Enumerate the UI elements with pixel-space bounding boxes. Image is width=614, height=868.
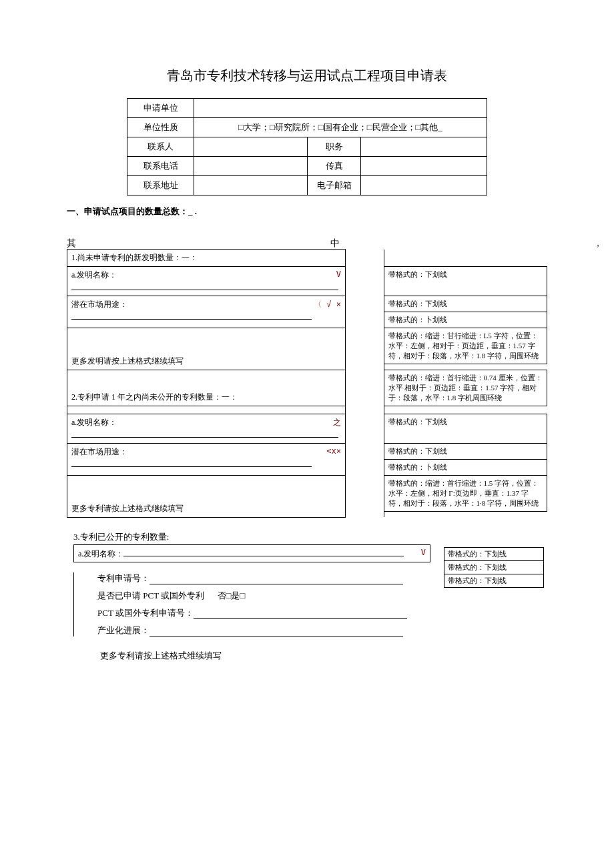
table-row: a.发明名称： 之 带格式的：下划线 [67,414,547,444]
format-note: 带格式的：下划线 [384,296,547,312]
format-note: 带格式的：卜划线 [384,460,547,476]
table-row: 申请单位 [127,99,487,118]
table-row: 2.专利申请 1 年之内尚未公开的专利数量：一： 带格式的：缩进：首行缩进：0.… [67,370,547,406]
table-row: 更多专利请按上述格式继续填写 带格式的：缩进：首行缩进：1.5 字符，位置：水平… [67,476,547,512]
format-note: 带格式的：下划线 [384,267,547,296]
more-inventions: 更多发明请按上述格式继续填写 [67,328,346,370]
applicant-unit-label: 申请单位 [127,99,194,118]
applicant-info-table: 申请单位 单位性质 □大学；□研究院所；□国有企业；□民营企业；□其他_ 联系人… [127,98,487,195]
unit-nature-label: 单位性质 [127,118,194,137]
potential-use-label: 潜在市场用途： [71,300,127,309]
table-row: a.发明名称： V 带格式的：下划线 [67,267,547,296]
potential-use-field[interactable] [71,310,312,320]
marker-icon: 之 [333,417,341,428]
section1-table: 1.尚未申请专利的新发明数量：一： a.发明名称： V 带格式的：下划线 潜在市… [67,249,547,518]
sec2-header: 2.专利申请 1 年之内尚未公开的专利数量：一： [67,370,346,406]
sec3-name-field[interactable] [123,547,404,556]
sec1-header: 1.尚未申请专利的新发明数量：一： [67,250,346,267]
invention-name-label: a.发明名称： [71,418,117,427]
address-value[interactable] [194,176,308,195]
more-patents: 更多专利请按上述格式继续填写 [67,476,346,518]
address-label: 联系地址 [127,176,194,195]
table-row: 单位性质 □大学；□研究院所；□国有企业；□民营企业；□其他_ [127,118,487,137]
format-note: 带格式的：缩进：首行缩进：1.5 字符，位置：水平：左侧，相对 Γ:页边即，垂直… [384,476,547,512]
among-end: ， [593,238,603,250]
position-label: 职务 [308,137,361,157]
sec3-pct-q-label: 是否已申请 PCT 或国外专利 [97,590,204,600]
table-row: 潜在市场用途： 〈 √ × 带格式的：下划线 [67,296,547,312]
invention-name-field[interactable] [71,281,338,290]
among-label: 其 中 ， [67,238,603,250]
phone-value[interactable] [194,157,308,176]
table-row: 联系人 职务 [127,137,487,157]
format-note: 带格式的：缩进：首行缩进：0.74 厘米，位置：水平 相财于：页边距：垂直：1.… [384,370,547,406]
email-value[interactable] [361,176,487,195]
marker-icon: 〈 √ × [314,299,341,310]
email-label: 电子邮箱 [308,176,361,195]
format-note: 带格式的：缩进：甘行缩进：L5 字符，位置：水平：左侧，相对于：页边距，垂直：1… [384,328,547,364]
table-row: 联系地址 电子邮箱 [127,176,487,195]
potential-use-row[interactable]: 潜在市场用途： <x× [67,444,346,476]
sec3-pct-no-label: PCT 或国外专利申请号： [97,608,194,618]
sec3-more: 更多专利请按上述格式维续填写 [100,650,547,662]
invention-name-row[interactable]: a.发明名称： 之 [67,414,346,444]
table-row: 更多发明请按上述格式继续填写 带格式的：缩进：甘行缩进：L5 字符，位置：水平：… [67,328,547,364]
format-note: 带格式的：下划线 [384,414,547,444]
format-note: 带格式的：卜划线 [384,312,547,328]
contact-person-label: 联系人 [127,137,194,157]
format-note: 带格式的：下划线 [444,574,544,588]
potential-use-label: 潜在市场用途： [71,447,127,456]
marker-icon: V [421,548,426,557]
applicant-unit-value[interactable] [194,99,487,118]
table-row: 潜在市场用途： <x× 带格式的：下划线 [67,444,547,460]
sec3-progress-label: 产业化进展： [97,625,149,635]
sec3-pct-no-row[interactable]: PCT 或国外专利申请号： [97,607,547,619]
sec3-name-row[interactable]: a.发明名称： V [73,544,430,562]
sec3-notes: 带格式的：下划线 带格式的：下划线 带格式的：下划线 [444,547,544,587]
format-note: 带格式的：下划线 [444,560,544,574]
sec3-progress-field[interactable] [149,627,403,636]
marker-icon: V [336,270,341,279]
format-note: 带格式的：下划线 [384,444,547,460]
table-row: 1.尚未申请专利的新发明数量：一： [67,250,547,267]
page-title: 青岛市专利技术转移与运用试点工程项目申请表 [67,67,547,85]
section-count-header: 一、申请试点项目的数量总数：_ . [67,205,547,218]
sec3-name-label: a.发明名称： [78,549,123,558]
contact-person-value[interactable] [194,137,308,157]
potential-use-field[interactable] [71,458,312,467]
sec3-app-no-field[interactable] [149,575,403,584]
invention-name-row[interactable]: a.发明名称： V [67,267,346,296]
sec3-app-no-label: 专利申请号： [97,573,149,583]
unit-nature-options[interactable]: □大学；□研究院所；□国有企业；□民营企业；□其他_ [194,118,487,137]
phone-label: 联系电话 [127,157,194,176]
invention-name-label: a.发明名称： [71,270,117,280]
position-value[interactable] [361,137,487,157]
among-mid: 中 [330,238,340,250]
table-row: 联系电话 传真 [127,157,487,176]
sec3-progress-row[interactable]: 产业化进展： [97,624,547,636]
sec3-pct-question[interactable]: 是否已申请 PCT 或国外专利 否□是□ [97,590,547,602]
potential-use-row[interactable]: 潜在市场用途： 〈 √ × [67,296,346,328]
marker-icon: <x× [326,446,341,456]
sec3-pct-no-field[interactable] [194,610,407,619]
among-left: 其 [67,238,76,250]
sec3-header: 3.专利已公开的专利数量: [73,531,547,543]
invention-name-field[interactable] [71,428,338,438]
format-note: 带格式的：下划线 [444,547,544,561]
fax-label: 传真 [308,157,361,176]
sec3-pct-options[interactable]: 否□是□ [218,590,246,600]
fax-value[interactable] [361,157,487,176]
